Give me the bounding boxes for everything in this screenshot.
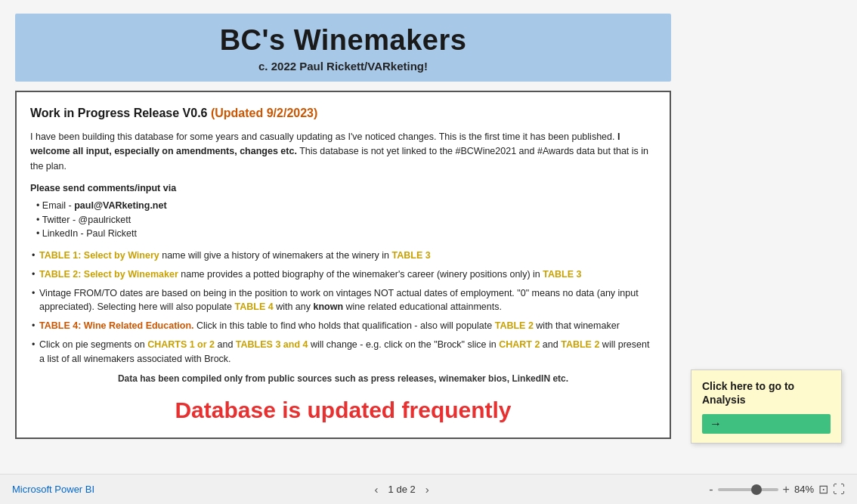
bottom-bar: Microsoft Power BI ‹ 1 de 2 › - + 84% ⊡ … <box>0 474 857 504</box>
fit-page-button[interactable]: ⊡ <box>818 482 828 496</box>
pagination: ‹ 1 de 2 › <box>371 481 433 497</box>
page-title: BC's Winemakers <box>30 24 656 57</box>
list-item: Click on pie segments on CHARTS 1 or 2 a… <box>32 338 656 366</box>
db-updated-text: Database is updated frequently <box>30 393 656 427</box>
zoom-level: 84% <box>794 484 814 495</box>
page-info: 1 de 2 <box>388 484 416 495</box>
analysis-arrow-button[interactable]: → <box>702 414 831 434</box>
zoom-slider[interactable] <box>718 488 778 491</box>
right-panel: Click here to go to Analysis → <box>683 14 842 466</box>
contact-list: Email - paul@VARketing.net Twitter - @pa… <box>30 199 656 241</box>
analysis-card: Click here to go to Analysis → <box>691 369 842 444</box>
zoom-plus-button[interactable]: + <box>783 483 790 496</box>
content-column: BC's Winemakers c. 2022 Paul Rickett/VAR… <box>15 14 671 466</box>
card-title: Click here to go to Analysis <box>702 379 831 407</box>
data-source-note: Data has been compiled only from public … <box>30 372 656 385</box>
powerbi-link[interactable]: Microsoft Power BI <box>12 484 94 495</box>
zoom-controls: - + 84% ⊡ ⛶ <box>709 482 845 496</box>
list-item: Vintage FROM/TO dates are based on being… <box>32 286 656 315</box>
expand-button[interactable]: ⛶ <box>833 483 845 496</box>
next-page-button[interactable]: › <box>422 481 433 497</box>
info-box: Work in Progress Release V0.6 (Updated 9… <box>15 91 671 439</box>
contact-twitter: Twitter - @paulrickett <box>36 213 656 227</box>
wip-title: Work in Progress Release V0.6 (Updated 9… <box>30 104 656 122</box>
contact-email: Email - paul@VARketing.net <box>36 199 656 213</box>
list-item: TABLE 2: Select by Winemaker name provid… <box>32 267 656 282</box>
prev-page-button[interactable]: ‹ <box>371 481 382 497</box>
list-item: TABLE 1: Select by Winery name will give… <box>32 249 656 263</box>
bullets-section: TABLE 1: Select by Winery name will give… <box>30 249 656 366</box>
slider-thumb <box>751 484 762 495</box>
contact-linkedin: LinkedIn - Paul Rickett <box>36 227 656 241</box>
contact-section: Please send comments/input via Email - p… <box>30 181 656 241</box>
intro-text: I have been building this database for s… <box>30 130 656 174</box>
zoom-minus-button[interactable]: - <box>709 483 713 496</box>
main-area: BC's Winemakers c. 2022 Paul Rickett/VAR… <box>0 0 857 474</box>
header-banner: BC's Winemakers c. 2022 Paul Rickett/VAR… <box>15 14 671 82</box>
subtitle: c. 2022 Paul Rickett/VARketing! <box>30 60 656 73</box>
list-item: TABLE 4: Wine Related Education. Click i… <box>32 319 656 333</box>
